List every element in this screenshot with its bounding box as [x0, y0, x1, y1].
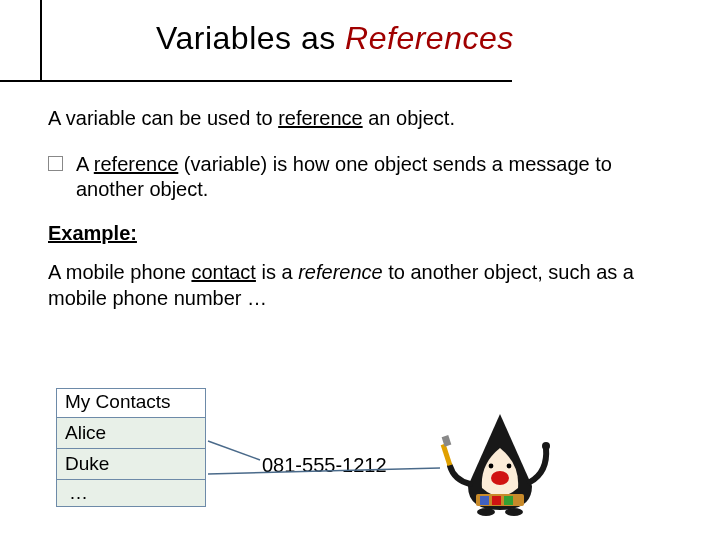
intro-underline: reference — [278, 107, 363, 129]
example-part-a: A mobile phone — [48, 261, 191, 283]
slide-title: Variables as References — [156, 20, 514, 57]
svg-point-3 — [489, 464, 494, 469]
title-plain: Variables as — [156, 20, 345, 56]
bullet-text: A reference (variable) is how one object… — [76, 152, 672, 203]
contacts-row-ellipsis: … — [57, 480, 205, 506]
intro-part-b: an object. — [363, 107, 455, 129]
svg-rect-9 — [480, 496, 489, 505]
contacts-row-alice: Alice — [57, 418, 205, 449]
bullet-box-icon — [48, 156, 63, 171]
contacts-row-duke: Duke — [57, 449, 205, 480]
bullet-reference: A reference (variable) is how one object… — [48, 152, 672, 203]
slide: Variables as References A variable can b… — [0, 0, 720, 540]
example-label-text: Example: — [48, 222, 137, 244]
svg-point-13 — [505, 508, 523, 516]
example-part-b: is a — [256, 261, 298, 283]
svg-line-0 — [208, 441, 260, 460]
bullet-part-a: A — [76, 153, 94, 175]
example-u1: contact — [191, 261, 255, 283]
title-tick-line — [40, 0, 42, 82]
contacts-table: My Contacts Alice Duke … — [56, 388, 206, 507]
svg-rect-5 — [441, 444, 453, 466]
intro-part-a: A variable can be used to — [48, 107, 278, 129]
svg-point-12 — [477, 508, 495, 516]
svg-point-4 — [507, 464, 512, 469]
svg-point-2 — [491, 471, 509, 485]
body-text: A variable can be used to reference an o… — [48, 106, 672, 312]
contacts-list: Alice Duke … — [56, 418, 206, 507]
intro-paragraph: A variable can be used to reference an o… — [48, 106, 672, 132]
svg-rect-11 — [504, 496, 513, 505]
phone-number-label: 081-555-1212 — [262, 454, 387, 477]
contacts-header: My Contacts — [56, 388, 206, 418]
example-paragraph: A mobile phone contact is a reference to… — [48, 260, 672, 311]
example-u2: reference — [298, 261, 383, 283]
duke-mascot-icon — [440, 408, 560, 518]
title-underline — [0, 80, 512, 82]
bullet-underline: reference — [94, 153, 179, 175]
title-area: Variables as References — [48, 18, 672, 84]
title-emph: References — [345, 20, 514, 56]
example-label: Example: — [48, 221, 672, 247]
svg-point-7 — [542, 442, 550, 450]
svg-rect-10 — [492, 496, 501, 505]
